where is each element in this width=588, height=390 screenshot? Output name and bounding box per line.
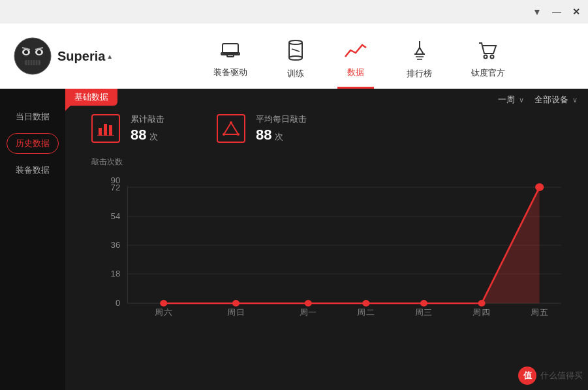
- svg-point-0: [14, 38, 51, 74]
- stat-total-info: 累计敲击 88 次: [131, 113, 164, 143]
- window-controls: ▼ — ✕: [531, 7, 583, 17]
- header: Superia ▲ 装备驱动: [0, 23, 588, 89]
- stat-avg-info: 平均每日敲击 88 次: [256, 113, 307, 143]
- svg-point-16: [289, 40, 302, 44]
- logo-icon: [13, 37, 52, 76]
- sidebar-item-device[interactable]: 装备数据: [0, 155, 65, 185]
- tab-ranking[interactable]: 排行榜: [400, 23, 439, 89]
- svg-point-33: [230, 121, 232, 124]
- svg-text:54: 54: [111, 213, 121, 221]
- equipment-icon: [220, 41, 241, 63]
- stat-avg-unit: 次: [275, 132, 283, 142]
- svg-rect-29: [104, 124, 107, 136]
- stat-avg-label: 平均每日敲击: [256, 113, 307, 125]
- sidebar-item-today[interactable]: 当日数据: [0, 102, 65, 132]
- stat-avg-value-row: 88 次: [256, 127, 307, 143]
- period-dropdown[interactable]: 一周 ∨: [498, 94, 524, 106]
- watermark-text: 什么值得买: [540, 370, 583, 382]
- chart-container: 0 18 36 54 72 90 周六 周日 周一 周二 周三 周四 周五: [91, 173, 568, 316]
- svg-point-27: [491, 55, 494, 58]
- period-label: 一周: [498, 94, 515, 106]
- main-area: 当日数据 历史数据 装备数据 基础数据 一周 ∨ 全部设备 ∨: [0, 89, 588, 390]
- svg-text:18: 18: [111, 270, 121, 278]
- tab-training[interactable]: 训练: [280, 23, 311, 89]
- svg-point-57: [160, 300, 167, 307]
- svg-point-17: [289, 56, 302, 60]
- sidebar-item-history[interactable]: 历史数据: [7, 133, 59, 154]
- chart-y-label: 敲击次数: [91, 157, 568, 168]
- watermark-badge: 值: [518, 367, 536, 385]
- svg-point-62: [478, 300, 486, 307]
- stat-total-clicks: 累计敲击 88 次: [91, 113, 164, 143]
- close-btn[interactable]: ✕: [570, 7, 583, 17]
- svg-text:周四: 周四: [472, 308, 490, 316]
- tab-data[interactable]: 数据: [337, 23, 374, 89]
- device-dropdown[interactable]: 全部设备 ∨: [534, 94, 578, 106]
- title-bar: ▼ — ✕: [0, 0, 588, 23]
- stat-total-unit: 次: [149, 132, 158, 142]
- svg-point-4: [37, 50, 41, 54]
- stat-total-label: 累计敲击: [131, 113, 164, 125]
- period-arrow: ∨: [519, 96, 524, 104]
- svg-text:周日: 周日: [227, 308, 245, 316]
- svg-point-61: [420, 300, 427, 307]
- ranking-icon: [410, 40, 429, 64]
- tab-training-label: 训练: [287, 68, 304, 80]
- tab-ranking-label: 排行榜: [407, 68, 432, 80]
- chart-svg: 0 18 36 54 72 90 周六 周日 周一 周二 周三 周四 周五: [91, 173, 568, 316]
- device-label: 全部设备: [534, 94, 568, 106]
- tab-data-label: 数据: [347, 67, 364, 78]
- svg-line-20: [292, 49, 300, 52]
- svg-rect-15: [227, 55, 234, 57]
- svg-text:周三: 周三: [415, 308, 433, 316]
- stat-total-value-row: 88 次: [131, 127, 164, 143]
- watermark: 值 什么值得买: [518, 367, 583, 385]
- svg-text:36: 36: [111, 241, 121, 250]
- svg-rect-30: [109, 125, 112, 136]
- tab-official[interactable]: 钛度官方: [465, 23, 512, 89]
- svg-point-34: [223, 133, 225, 136]
- svg-marker-32: [224, 123, 238, 134]
- stat-avg-clicks: 平均每日敲击 88 次: [217, 113, 307, 143]
- svg-point-59: [305, 300, 312, 307]
- content-controls: 一周 ∨ 全部设备 ∨: [498, 94, 578, 106]
- minimize-btn[interactable]: —: [550, 7, 563, 17]
- stat-total-value: 88: [131, 127, 146, 143]
- section-badge: 基础数据: [65, 89, 117, 106]
- chart-area: 敲击次数 0 18 36 54: [65, 157, 588, 323]
- content-area: 基础数据 一周 ∨ 全部设备 ∨: [65, 89, 588, 390]
- device-arrow: ∨: [572, 96, 578, 104]
- svg-point-58: [232, 300, 240, 307]
- data-icon: [344, 41, 367, 63]
- tab-official-label: 钛度官方: [471, 67, 505, 79]
- svg-text:周六: 周六: [155, 308, 172, 316]
- bar-chart-icon: [91, 114, 120, 143]
- training-icon: [286, 40, 305, 64]
- tab-equipment[interactable]: 装备驱动: [207, 23, 254, 89]
- filter-btn[interactable]: ▼: [531, 7, 544, 17]
- svg-text:周五: 周五: [531, 308, 548, 316]
- tab-equipment-label: 装备驱动: [213, 67, 247, 78]
- triangle-icon: [217, 114, 245, 143]
- svg-point-35: [237, 133, 240, 136]
- svg-text:90: 90: [111, 177, 121, 185]
- app-name-arrow[interactable]: ▲: [106, 53, 113, 60]
- nav-tabs: 装备驱动 训练 数据: [131, 23, 588, 89]
- svg-point-26: [484, 55, 487, 58]
- stat-avg-value: 88: [256, 127, 271, 143]
- svg-point-3: [24, 50, 28, 54]
- svg-text:0: 0: [116, 299, 120, 308]
- svg-point-63: [535, 183, 544, 191]
- svg-text:周一: 周一: [300, 308, 317, 316]
- sidebar: 当日数据 历史数据 装备数据: [0, 89, 65, 390]
- svg-point-60: [362, 300, 369, 307]
- svg-rect-28: [99, 128, 102, 136]
- app-name: Superia: [57, 49, 105, 64]
- svg-text:周二: 周二: [357, 308, 375, 316]
- official-icon: [478, 40, 499, 63]
- svg-marker-22: [416, 48, 424, 54]
- logo-area: Superia ▲: [0, 37, 131, 76]
